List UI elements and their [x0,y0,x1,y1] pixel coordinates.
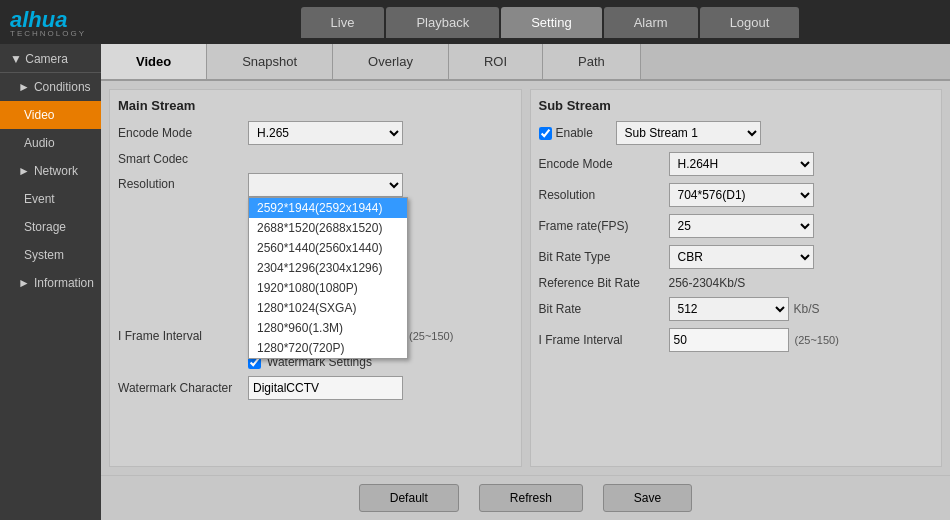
sub-framerate-select[interactable]: 25 [669,214,814,238]
save-button[interactable]: Save [603,484,692,512]
sidebar: ▼ Camera ► Conditions Video Audio ► Netw… [0,44,101,520]
sub-resolution-label: Resolution [539,188,669,202]
resolution-dropdown-open[interactable]: 2592*1944(2592x1944) 2688*1520(2688x1520… [248,197,408,359]
sub-bitrate-label: Bit Rate [539,302,669,316]
encode-mode-select[interactable]: H.265 [248,121,403,145]
sub-bitratetype-select[interactable]: CBR VBR [669,245,814,269]
sub-bitratetype-label: Bit Rate Type [539,250,669,264]
sub-tab-video[interactable]: Video [101,44,207,79]
encode-mode-label: Encode Mode [118,126,248,140]
sub-refbitrate-label: Reference Bit Rate [539,276,669,290]
sub-iframe-range: (25~150) [795,334,839,346]
button-row: Default Refresh Save [101,475,950,520]
sidebar-item-system[interactable]: System [0,241,101,269]
sub-framerate-label: Frame rate(FPS) [539,219,669,233]
sidebar-item-video[interactable]: Video [0,101,101,129]
sidebar-item-event[interactable]: Event [0,185,101,213]
resolution-option-6[interactable]: 1280*960(1.3M) [249,318,407,338]
resolution-option-7[interactable]: 1280*720(720P) [249,338,407,358]
resolution-option-4[interactable]: 1920*1080(1080P) [249,278,407,298]
watermark-char-label: Watermark Character [118,381,248,395]
sub-iframe-label: I Frame Interval [539,333,669,347]
sub-enable-checkbox[interactable] [539,127,552,140]
sub-refbitrate-value: 256-2304Kb/S [669,276,746,290]
sidebar-item-information[interactable]: ► Information [0,269,101,297]
sub-tab-overlay[interactable]: Overlay [333,44,449,79]
main-stream-title: Main Stream [118,98,513,113]
watermark-char-input[interactable] [248,376,403,400]
sidebar-item-audio[interactable]: Audio [0,129,101,157]
smart-codec-label: Smart Codec [118,152,248,166]
sub-resolution-select[interactable]: 704*576(D1) 352*288(CIF) [669,183,814,207]
sub-stream-panel: Sub Stream Enable Sub Stream 1 Sub Strea… [530,89,943,467]
resolution-select[interactable] [248,173,403,197]
iframe-interval-label: I Frame Interval [118,329,248,343]
sidebar-item-network[interactable]: ► Network [0,157,101,185]
sub-encode-mode-label: Encode Mode [539,157,669,171]
resolution-option-5[interactable]: 1280*1024(SXGA) [249,298,407,318]
sub-stream-title: Sub Stream [539,98,934,113]
sidebar-item-conditions[interactable]: ► Conditions [0,73,101,101]
resolution-option-0[interactable]: 2592*1944(2592x1944) [249,198,407,218]
nav-tab-playback[interactable]: Playback [386,7,499,38]
nav-tab-logout[interactable]: Logout [700,7,800,38]
sub-stream-select[interactable]: Sub Stream 1 Sub Stream 2 [616,121,761,145]
sub-encode-mode-select[interactable]: H.264 H.264H H.264B H.265 [669,152,814,176]
top-nav: alhua TECHNOLOGY Live Playback Setting A… [0,0,950,44]
main-stream-panel: Main Stream Encode Mode H.265 Smart Code… [109,89,522,467]
sub-tab-bar: Video Snapshot Overlay ROI Path [101,44,950,81]
resolution-option-3[interactable]: 2304*1296(2304x1296) [249,258,407,278]
resolution-option-1[interactable]: 2688*1520(2688x1520) [249,218,407,238]
default-button[interactable]: Default [359,484,459,512]
sub-bitrate-unit: Kb/S [794,302,820,316]
nav-tab-live[interactable]: Live [301,7,385,38]
resolution-option-2[interactable]: 2560*1440(2560x1440) [249,238,407,258]
sub-tab-snapshot[interactable]: Snapshot [207,44,333,79]
iframe-interval-range: (25~150) [409,330,453,342]
nav-tab-alarm[interactable]: Alarm [604,7,698,38]
resolution-label: Resolution [118,173,248,191]
refresh-button[interactable]: Refresh [479,484,583,512]
sub-enable-label: Enable [556,126,616,140]
nav-tab-setting[interactable]: Setting [501,7,601,38]
sidebar-camera-header: ▼ Camera [0,44,101,73]
sub-tab-path[interactable]: Path [543,44,641,79]
sub-tab-roi[interactable]: ROI [449,44,543,79]
sidebar-item-storage[interactable]: Storage [0,213,101,241]
nav-tabs: Live Playback Setting Alarm Logout [150,7,950,38]
sub-iframe-input[interactable] [669,328,789,352]
logo: alhua TECHNOLOGY [0,7,150,38]
sub-bitrate-select[interactable]: 128 256 512 1024 2048 [669,297,789,321]
